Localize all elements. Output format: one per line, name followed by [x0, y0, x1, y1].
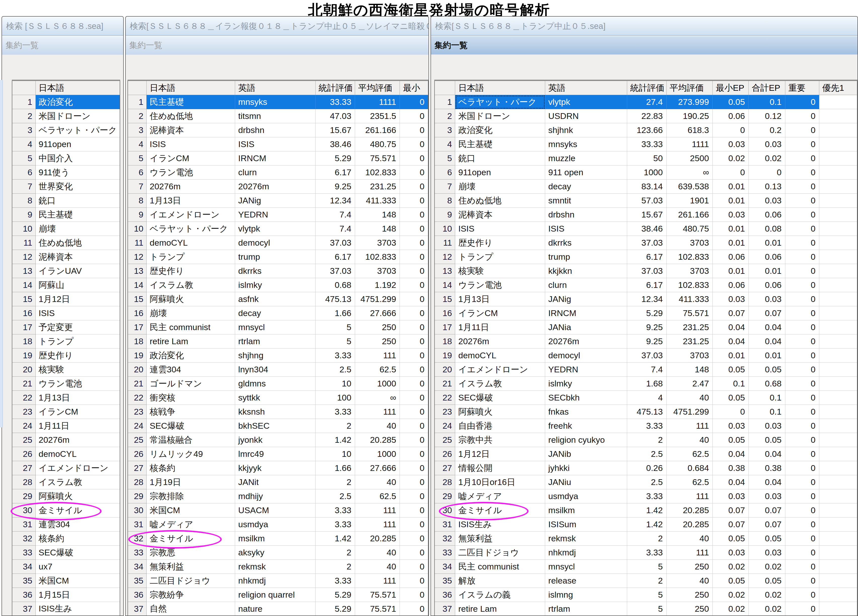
- cell-value[interactable]: 0: [400, 222, 428, 236]
- cell-english[interactable]: syttkk: [235, 391, 316, 405]
- cell-value[interactable]: 0.02: [713, 151, 749, 166]
- cell-value[interactable]: 27.666: [355, 461, 400, 475]
- cell-value[interactable]: 4: [627, 391, 667, 405]
- cell-japanese[interactable]: 歴史作り: [147, 264, 235, 278]
- column-header[interactable]: 合計EP: [749, 81, 785, 95]
- row-number-cell[interactable]: 28: [435, 475, 455, 489]
- cell-value[interactable]: 0.1: [749, 95, 785, 109]
- cell-value[interactable]: 75.571: [355, 588, 400, 602]
- row-number-cell[interactable]: 6: [12, 166, 36, 180]
- row-number-cell[interactable]: 37: [128, 602, 147, 616]
- cell-value[interactable]: 0: [785, 250, 819, 264]
- cell-japanese[interactable]: 米国ドローン: [455, 109, 545, 123]
- cell-value[interactable]: 0: [400, 419, 428, 433]
- row-number-cell[interactable]: 14: [12, 278, 36, 292]
- cell-english[interactable]: 911 open: [545, 166, 627, 180]
- row-number-cell[interactable]: 24: [12, 419, 36, 433]
- cell-english[interactable]: fnkas: [545, 405, 627, 419]
- cell-japanese[interactable]: イスラム教: [147, 278, 235, 292]
- cell-value[interactable]: 0.01: [713, 222, 749, 236]
- cell-value[interactable]: 6.17: [316, 250, 355, 264]
- cell-value[interactable]: 0: [400, 532, 428, 546]
- row-number-cell[interactable]: 13: [435, 264, 455, 278]
- cell-value[interactable]: 2: [627, 574, 667, 588]
- row-number-cell[interactable]: 4: [128, 137, 147, 151]
- cell-value[interactable]: 0.06: [749, 208, 785, 222]
- cell-japanese[interactable]: 1月19日: [147, 475, 235, 489]
- cell-value[interactable]: 0.05: [749, 363, 785, 377]
- cell-english[interactable]: JANib: [545, 447, 627, 461]
- cell-japanese[interactable]: 自由香港: [455, 419, 545, 433]
- cell-value[interactable]: 0: [785, 391, 819, 405]
- cell-value[interactable]: 7.4: [316, 208, 355, 222]
- cell-english[interactable]: kkjkkn: [545, 264, 627, 278]
- cell-value[interactable]: [819, 95, 857, 109]
- cell-value[interactable]: 0: [785, 320, 819, 334]
- row-number-cell[interactable]: 5: [12, 151, 36, 166]
- row-number-cell[interactable]: 6: [128, 166, 147, 180]
- cell-english[interactable]: nhkmdj: [235, 574, 316, 588]
- cell-english[interactable]: rekmsk: [545, 532, 627, 546]
- cell-value[interactable]: 0.03: [749, 292, 785, 306]
- row-number-cell[interactable]: 36: [435, 588, 455, 602]
- cell-value[interactable]: ∞: [355, 391, 400, 405]
- cell-value[interactable]: 5.29: [316, 602, 355, 616]
- cell-japanese[interactable]: ウラン電池: [147, 166, 235, 180]
- cell-value[interactable]: 0.01: [713, 236, 749, 250]
- row-number-cell[interactable]: 27: [435, 461, 455, 475]
- row-number-cell[interactable]: 2: [12, 109, 36, 123]
- cell-value[interactable]: 0: [400, 588, 428, 602]
- cell-japanese[interactable]: 20276m: [455, 334, 545, 349]
- cell-value[interactable]: 0.04: [713, 475, 749, 489]
- cell-value[interactable]: 0.04: [749, 475, 785, 489]
- cell-english[interactable]: asfnk: [235, 292, 316, 306]
- column-header[interactable]: 最小EP: [713, 81, 749, 95]
- cell-english[interactable]: mdhijy: [235, 489, 316, 503]
- row-number-cell[interactable]: 8: [12, 194, 36, 208]
- cell-value[interactable]: 37.03: [316, 264, 355, 278]
- cell-value[interactable]: 639.538: [666, 180, 713, 194]
- row-number-cell[interactable]: 21: [128, 377, 147, 391]
- cell-value[interactable]: 0: [785, 602, 819, 616]
- row-number-cell[interactable]: 21: [12, 377, 36, 391]
- cell-japanese[interactable]: ウラン電池: [455, 278, 545, 292]
- row-number-cell[interactable]: 19: [128, 349, 147, 363]
- row-number-cell[interactable]: 25: [128, 433, 147, 447]
- cell-value[interactable]: 0: [785, 208, 819, 222]
- cell-japanese[interactable]: ISIS: [36, 306, 120, 320]
- cell-japanese[interactable]: SEC爆破: [36, 546, 120, 560]
- cell-japanese[interactable]: トランプ: [147, 250, 235, 264]
- cell-value[interactable]: 20.285: [355, 433, 400, 447]
- cell-value[interactable]: 0: [400, 349, 428, 363]
- cell-value[interactable]: 0: [400, 546, 428, 560]
- cell-value[interactable]: 0: [785, 236, 819, 250]
- cell-value[interactable]: 33.33: [316, 95, 355, 109]
- column-header[interactable]: 英語: [235, 81, 316, 95]
- cell-value[interactable]: 0.01: [749, 236, 785, 250]
- cell-value[interactable]: 3.33: [316, 405, 355, 419]
- row-number-cell[interactable]: 16: [128, 306, 147, 320]
- cell-value[interactable]: 102.833: [355, 250, 400, 264]
- cell-japanese[interactable]: 金ミサイル: [147, 532, 235, 546]
- cell-value[interactable]: 38.46: [316, 137, 355, 151]
- cell-value[interactable]: [819, 447, 857, 461]
- cell-value[interactable]: [819, 278, 857, 292]
- row-number-cell[interactable]: 12: [128, 250, 147, 264]
- cell-english[interactable]: JANia: [545, 320, 627, 334]
- cell-value[interactable]: 5.29: [627, 306, 667, 320]
- cell-value[interactable]: [819, 250, 857, 264]
- row-number-cell[interactable]: 33: [435, 546, 455, 560]
- corner-header-cell[interactable]: [435, 81, 455, 95]
- cell-japanese[interactable]: 米国ドローン: [36, 109, 120, 123]
- cell-value[interactable]: 2351.5: [355, 109, 400, 123]
- cell-value[interactable]: 148: [666, 363, 713, 377]
- row-number-cell[interactable]: 8: [435, 194, 455, 208]
- cell-japanese[interactable]: 泥棒資本: [147, 123, 235, 137]
- row-number-cell[interactable]: 16: [435, 306, 455, 320]
- cell-value[interactable]: 0: [785, 461, 819, 475]
- cell-value[interactable]: 0: [785, 166, 819, 180]
- cell-japanese[interactable]: 阿蘇噴火: [36, 489, 120, 503]
- cell-japanese[interactable]: 金ミサイル: [36, 503, 120, 517]
- cell-japanese[interactable]: ベラヤット・パーク: [455, 95, 545, 109]
- cell-value[interactable]: 102.833: [666, 278, 713, 292]
